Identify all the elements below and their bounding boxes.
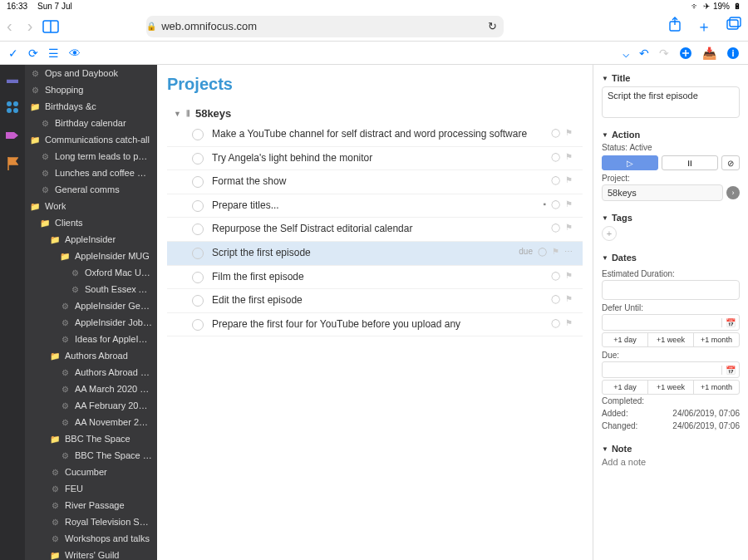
inbox-perspective-icon[interactable]: ▬ (5, 71, 20, 86)
project-sidebar[interactable]: ⚙Ops and Daybook⚙Shopping📁Birthdays &c⚙B… (25, 65, 157, 560)
goto-project-icon[interactable]: › (726, 186, 740, 199)
status-onhold-button[interactable]: ⏸ (662, 155, 718, 170)
forward-button[interactable]: › (27, 17, 33, 36)
task-checkbox[interactable] (192, 200, 204, 212)
calendar-icon[interactable]: 📅 (721, 318, 739, 327)
url-bar[interactable]: 🔒 web.omnifocus.com ↻ (146, 16, 504, 37)
sidebar-item[interactable]: ⚙River Passage (25, 497, 157, 513)
flag-icon[interactable]: ⚑ (565, 294, 573, 303)
sidebar-item[interactable]: ⚙BBC The Space ge... (25, 447, 157, 464)
due-plus-week[interactable]: +1 week (648, 381, 694, 394)
sidebar-item[interactable]: ⚙Birthday calendar (25, 115, 157, 131)
inspector-note-header[interactable]: Note (602, 442, 740, 457)
eye-icon[interactable]: 👁 (69, 47, 81, 60)
check-icon[interactable]: ✓ (8, 47, 18, 60)
task-checkbox[interactable] (192, 319, 204, 331)
project-group-header[interactable]: ▼ ⦀ 58keys (167, 104, 583, 123)
add-tag-button[interactable]: + (602, 226, 617, 241)
sidebar-item[interactable]: ⚙Long term leads to pursue (25, 148, 157, 165)
sidebar-item[interactable]: ⚙Royal Television Society (25, 513, 157, 530)
inspector-title-input[interactable]: Script the first episode (602, 86, 740, 118)
disclosure-triangle-icon[interactable]: ▼ (174, 110, 181, 118)
sidebar-item[interactable]: 📁AppleInsider (25, 231, 157, 248)
flag-icon[interactable]: ⚑ (565, 223, 573, 232)
sidebar-item[interactable]: ⚙Workshops and talks (25, 530, 157, 547)
status-active-button[interactable]: ▷ (602, 155, 658, 170)
sidebar-item[interactable]: ⚙South Essex Ap... (25, 281, 157, 297)
task-checkbox[interactable] (192, 129, 204, 140)
flag-icon[interactable]: ⚑ (565, 175, 573, 184)
reload-icon[interactable]: ↻ (488, 20, 497, 32)
flag-icon[interactable]: ⚑ (565, 199, 573, 209)
sidebar-item[interactable]: ⚙AA March 2020 at ... (25, 381, 157, 397)
sidebar-item[interactable]: ⚙AA February 2020 ... (25, 397, 157, 414)
sidebar-item[interactable]: ⚙Authors Abroad Ge... (25, 364, 157, 381)
task-checkbox[interactable] (192, 295, 204, 307)
defer-plus-week[interactable]: +1 week (648, 333, 694, 346)
projects-perspective-icon[interactable] (5, 100, 20, 115)
defer-plus-month[interactable]: +1 month (694, 333, 739, 346)
task-row[interactable]: Prepare the first four for YouTube befor… (167, 313, 583, 337)
sidebar-item[interactable]: 📁Clients (25, 214, 157, 231)
task-checkbox[interactable] (192, 248, 204, 259)
flag-icon[interactable]: ⚑ (552, 247, 559, 256)
inspector-action-header[interactable]: Action (602, 128, 740, 143)
inspector-dates-header[interactable]: Dates (602, 251, 740, 266)
sidebar-item[interactable]: ⚙Cucumber (25, 464, 157, 480)
task-row[interactable]: Prepare titles...▪◯⚑ (167, 194, 583, 219)
task-checkbox[interactable] (192, 224, 204, 235)
task-checkbox[interactable] (192, 272, 204, 283)
tabs-icon[interactable] (726, 17, 741, 37)
bookmarks-icon[interactable] (42, 20, 59, 33)
list-icon[interactable]: ☰ (48, 47, 59, 60)
flag-icon[interactable]: ⚑ (565, 271, 573, 280)
info-icon[interactable]: i (726, 47, 740, 60)
sidebar-item[interactable]: ⚙Oxford Mac Us... (25, 264, 157, 281)
sidebar-item[interactable]: ⚙FEU (25, 480, 157, 497)
inspector-title-header[interactable]: Title (602, 71, 740, 86)
flag-icon[interactable]: ⚑ (565, 152, 573, 161)
flag-icon[interactable]: ⚑ (565, 318, 573, 327)
flagged-perspective-icon[interactable] (5, 156, 20, 171)
task-checkbox[interactable] (192, 176, 204, 188)
status-dropped-button[interactable]: ⊘ (721, 155, 740, 170)
cleanup-icon[interactable]: ⌵ (623, 47, 629, 60)
sidebar-item[interactable]: 📁BBC The Space (25, 430, 157, 447)
task-row[interactable]: Format the show◯⚑ (167, 170, 583, 194)
share-icon[interactable] (668, 17, 682, 37)
tags-perspective-icon[interactable] (5, 128, 20, 143)
sidebar-item[interactable]: ⚙AppleInsider General (25, 297, 157, 314)
task-row[interactable]: Make a YouTube channel for self distract… (167, 123, 583, 147)
sidebar-item[interactable]: 📁AppleInsider MUG (25, 248, 157, 264)
project-select[interactable]: 58keys (602, 184, 723, 201)
sidebar-item[interactable]: ⚙AA November 201... (25, 414, 157, 430)
redo-icon[interactable]: ↷ (659, 47, 669, 60)
flag-icon[interactable]: ⚑ (565, 128, 573, 137)
calendar-icon[interactable]: 📅 (721, 366, 739, 375)
defer-plus-day[interactable]: +1 day (603, 333, 648, 346)
due-plus-day[interactable]: +1 day (603, 381, 648, 394)
sidebar-item[interactable]: 📁Authors Abroad (25, 347, 157, 364)
sidebar-item[interactable]: 📁Birthdays &c (25, 98, 157, 115)
task-row[interactable]: Script the first episode due◯⚑⋯ (167, 242, 583, 266)
sidebar-item[interactable]: ⚙Ideas for AppleInsi... (25, 331, 157, 347)
task-checkbox[interactable] (192, 153, 204, 165)
back-button[interactable]: ‹ (7, 17, 12, 36)
est-duration-input[interactable] (602, 280, 740, 300)
sidebar-item[interactable]: 📁Work (25, 198, 157, 214)
sidebar-item[interactable]: ⚙Shopping (25, 81, 157, 98)
more-icon[interactable]: ⋯ (564, 247, 573, 256)
note-textarea[interactable] (602, 457, 740, 499)
due-plus-month[interactable]: +1 month (694, 381, 739, 394)
inspector-tags-header[interactable]: Tags (602, 211, 740, 226)
sidebar-item[interactable]: 📁Communications catch-all (25, 131, 157, 148)
task-row[interactable]: Repurpose the Self Distract editorial ca… (167, 218, 583, 242)
undo-icon[interactable]: ↶ (639, 47, 649, 60)
sidebar-item[interactable]: ⚙Ops and Daybook (25, 65, 157, 81)
task-row[interactable]: Film the first episode◯⚑ (167, 266, 583, 290)
due-input[interactable] (603, 366, 721, 375)
sidebar-item[interactable]: 📁Writers' Guild (25, 547, 157, 560)
task-row[interactable]: Edit the first episode◯⚑ (167, 289, 583, 313)
sidebar-item[interactable]: ⚙General comms (25, 181, 157, 198)
sidebar-item[interactable]: ⚙Lunches and coffee meet... (25, 165, 157, 181)
